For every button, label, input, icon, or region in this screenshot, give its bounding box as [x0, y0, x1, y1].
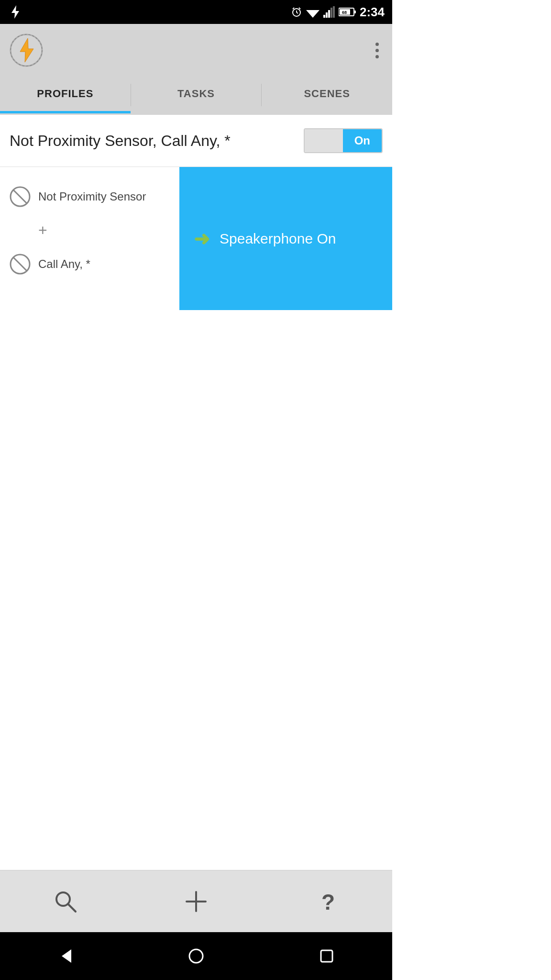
help-button[interactable]: ?	[310, 885, 343, 918]
svg-text:?: ?	[321, 890, 335, 913]
nav-bar	[0, 932, 392, 980]
toggle-on-button[interactable]: On	[343, 129, 382, 152]
tabs: PROFILES TASKS SCENES	[0, 77, 392, 115]
app-status-icon	[8, 4, 23, 20]
help-icon: ?	[315, 890, 339, 913]
main-content	[0, 310, 392, 870]
signal-icon	[323, 6, 335, 18]
status-bar-left	[8, 4, 23, 20]
action-item-1[interactable]: ➜ Speakerphone On	[194, 228, 336, 250]
svg-rect-30	[321, 950, 332, 962]
svg-line-20	[13, 190, 27, 203]
back-icon	[57, 947, 74, 965]
app-logo	[10, 33, 43, 67]
condition-item-1[interactable]: Not Proximity Sensor	[10, 177, 170, 217]
svg-line-3	[297, 12, 298, 13]
toggle-container[interactable]: On	[304, 128, 383, 153]
svg-line-4	[293, 8, 294, 9]
svg-rect-11	[333, 6, 335, 18]
tab-tasks[interactable]: TASKS	[131, 77, 262, 113]
call-icon	[10, 254, 31, 275]
svg-point-29	[189, 949, 203, 963]
svg-rect-8	[326, 12, 328, 18]
back-button[interactable]	[57, 947, 74, 965]
status-bar: 68 2:34	[0, 0, 392, 24]
svg-marker-0	[11, 5, 19, 19]
svg-marker-28	[62, 949, 71, 963]
tab-scenes-label: SCENES	[304, 88, 350, 100]
condition-icon-2	[10, 254, 31, 275]
svg-rect-7	[323, 15, 325, 18]
condition-label-1: Not Proximity Sensor	[38, 190, 146, 203]
svg-text:68: 68	[342, 10, 347, 15]
wifi-icon	[306, 6, 320, 18]
action-label-1: Speakerphone On	[220, 231, 336, 247]
svg-line-24	[68, 904, 76, 912]
add-button[interactable]	[179, 885, 213, 918]
proximity-icon	[10, 186, 31, 207]
alarm-icon	[291, 6, 302, 18]
condition-label-2: Call Any, *	[38, 257, 90, 271]
condition-plus[interactable]: +	[10, 217, 170, 244]
recents-button[interactable]	[318, 947, 335, 965]
svg-line-5	[299, 8, 300, 9]
app-logo-icon	[10, 33, 43, 67]
tab-profiles-label: PROFILES	[37, 88, 93, 100]
app-bar	[0, 24, 392, 77]
toggle-off-area	[305, 129, 343, 152]
profile-content: Not Proximity Sensor + Call Any, * ➜ Spe…	[0, 167, 392, 310]
recents-icon	[318, 947, 335, 965]
actions-panel[interactable]: ➜ Speakerphone On	[179, 167, 392, 310]
svg-line-22	[13, 257, 27, 271]
tab-profiles[interactable]: PROFILES	[0, 77, 131, 113]
bottom-bar: ?	[0, 870, 392, 932]
home-button[interactable]	[187, 947, 205, 965]
menu-dot-3	[375, 55, 379, 58]
condition-icon-1	[10, 186, 31, 207]
svg-marker-18	[20, 38, 33, 62]
search-icon	[54, 890, 77, 913]
svg-marker-6	[306, 10, 320, 18]
conditions-panel: Not Proximity Sensor + Call Any, *	[0, 167, 179, 310]
profile-header: Not Proximity Sensor, Call Any, * On	[0, 115, 392, 167]
svg-rect-9	[328, 10, 330, 18]
search-button[interactable]	[49, 885, 82, 918]
profile-title: Not Proximity Sensor, Call Any, *	[10, 132, 231, 150]
tab-scenes[interactable]: SCENES	[262, 77, 392, 113]
menu-dot-2	[375, 49, 379, 52]
action-arrow-icon: ➜	[194, 228, 210, 250]
condition-item-2[interactable]: Call Any, *	[10, 244, 170, 284]
battery-icon: 68	[339, 7, 356, 17]
tab-tasks-label: TASKS	[177, 88, 215, 100]
add-icon	[184, 890, 208, 913]
status-time: 2:34	[360, 5, 385, 20]
svg-rect-13	[354, 11, 356, 13]
svg-rect-10	[331, 8, 332, 18]
home-icon	[187, 947, 205, 965]
menu-dot-1	[375, 43, 379, 46]
menu-button[interactable]	[372, 39, 383, 62]
status-bar-right: 68 2:34	[291, 5, 385, 20]
